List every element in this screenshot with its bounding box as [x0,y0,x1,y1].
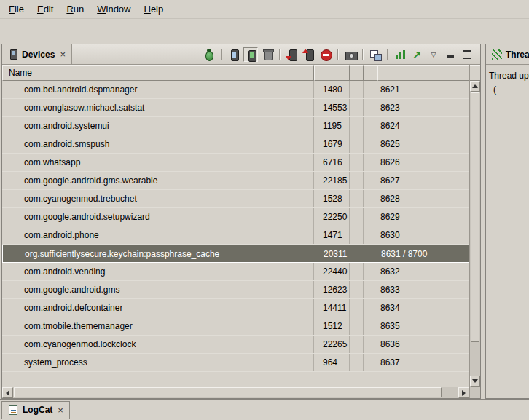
table-row[interactable]: com.tmobile.thememanager15128635 [2,317,469,336]
cell-pid: 1512 [314,317,350,335]
cell-name: com.cyanogenmod.trebuchet [2,190,314,207]
column-header-e1[interactable] [350,65,364,81]
scroll-right-button[interactable] [458,387,469,398]
minimize-icon[interactable] [443,47,458,62]
cell-e1 [350,154,364,171]
cell-port: 8625 [377,135,469,153]
cell-name: org.sufficientlysecure.keychain:passphra… [3,245,315,262]
tab-threads[interactable]: Threads [486,44,529,64]
column-header-name[interactable]: Name [2,65,314,81]
cell-port: 8631 / 8700 [378,245,469,262]
cell-e1 [350,172,364,189]
table-row[interactable]: com.android.phone14718630 [2,226,469,245]
vertical-scrollbar[interactable] [469,65,480,387]
maximize-icon[interactable] [460,47,474,62]
table-row[interactable]: com.android.systemui11958624 [2,117,469,135]
table-row[interactable]: com.android.vending224408632 [2,263,469,281]
cell-pid: 22440 [314,263,350,280]
column-header-pid[interactable] [314,65,350,81]
cell-pid: 1679 [314,135,350,153]
cell-e2 [364,99,377,116]
table-row[interactable]: org.sufficientlysecure.keychain:passphra… [2,245,469,263]
table-row[interactable]: com.google.android.gms.wearable221858627 [2,172,469,190]
cell-port: 8630 [377,226,469,244]
logcat-icon [8,405,19,416]
vertical-scroll-track[interactable] [470,92,480,376]
table-row[interactable]: com.android.defcontainer144118634 [2,299,469,317]
cell-name: com.android.systemui [2,117,314,135]
cell-pid: 22265 [314,336,350,353]
cause-gc-icon[interactable] [260,47,275,62]
menu-help[interactable]: Help [138,1,169,17]
cell-e1 [350,245,364,262]
cell-e2 [364,135,377,153]
cell-e1 [350,208,364,226]
thread-updates-icon[interactable] [393,47,407,62]
cell-e2 [364,281,377,298]
cell-port: 8636 [377,336,469,353]
horizontal-scroll-track[interactable] [13,387,458,398]
table-row[interactable]: com.vonglasow.michael.satstat145538623 [2,99,469,117]
toolbar-separator [279,49,281,60]
table-row[interactable]: com.whatsapp67168626 [2,154,469,172]
cell-e2 [364,336,377,353]
horizontal-scroll-thumb[interactable] [14,387,442,397]
menu-file[interactable]: File [3,1,30,17]
heap-updates-icon[interactable] [410,47,424,62]
cell-port: 8629 [377,208,469,226]
main-toolbar [0,19,529,44]
cell-port: 8628 [377,190,469,207]
cell-port: 8621 [377,81,469,98]
tab-devices[interactable]: Devices × [2,44,72,64]
arrow-left-icon [6,390,9,396]
toolbar-separator [362,49,364,60]
horizontal-scrollbar[interactable] [2,387,469,398]
scroll-up-button[interactable] [470,81,480,92]
close-icon[interactable]: × [58,405,63,415]
cell-e1 [350,190,364,207]
column-header-port[interactable] [377,65,469,81]
column-header-e2[interactable] [364,65,377,81]
stop-process-icon[interactable] [318,47,333,62]
cell-name: com.android.phone [2,226,314,244]
debug-process-icon[interactable] [202,47,216,62]
update-heap-icon[interactable] [227,47,241,62]
cell-name: com.bel.android.dspmanager [2,81,314,98]
tab-logcat[interactable]: LogCat × [1,401,70,419]
scroll-down-button[interactable] [470,376,480,387]
menu-window[interactable]: Window [91,1,136,17]
cell-e2 [364,81,377,98]
cell-name: system_process [2,354,314,371]
cell-pid: 1528 [314,190,350,207]
threads-icon [492,49,502,60]
menu-edit[interactable]: Edit [31,1,59,17]
cell-port: 8626 [377,154,469,171]
table-row[interactable]: com.cyanogenmod.lockclock222658636 [2,336,469,354]
cell-name: com.google.android.setupwizard [2,208,314,226]
scrollbar-corner [469,387,480,398]
cell-port: 8634 [377,299,469,317]
view-menu-icon[interactable]: ▽ [426,47,441,62]
threads-message: Thread up ( [486,65,529,97]
table-row[interactable]: com.google.android.setupwizard222508629 [2,208,469,226]
update-threads-icon[interactable] [285,47,299,62]
arrow-down-icon [472,379,478,383]
vertical-scroll-thumb[interactable] [471,92,479,342]
close-icon[interactable]: × [60,49,66,59]
table-row[interactable]: com.bel.android.dspmanager14808621 [2,81,469,99]
threads-tab-label: Threads [506,49,529,60]
scroll-left-button[interactable] [2,387,13,398]
table-row[interactable]: com.google.android.gms126238633 [2,281,469,299]
cell-e1 [350,226,364,244]
method-profiling-icon[interactable] [302,47,316,62]
table-row[interactable]: com.android.smspush16798625 [2,135,469,154]
table-header: Name [2,65,469,81]
screen-capture-icon[interactable] [343,47,358,62]
table-row[interactable]: system_process9648637 [2,354,469,372]
table-row[interactable]: com.cyanogenmod.trebuchet15288628 [2,190,469,208]
menu-run[interactable]: Run [60,1,90,17]
view-hierarchy-icon[interactable] [368,47,383,62]
dump-hprof-icon[interactable] [243,47,258,62]
arrow-right-icon [462,390,466,396]
threads-message-line2: ( [489,83,529,97]
